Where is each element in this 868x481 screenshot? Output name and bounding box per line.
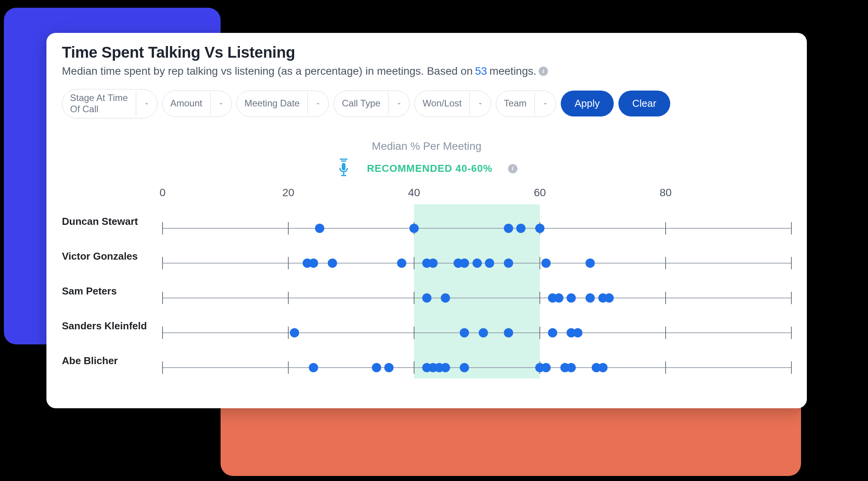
axis-tick <box>665 292 666 304</box>
filter-label: Stage At Time Of Call <box>62 89 136 118</box>
data-point[interactable] <box>441 363 450 372</box>
card-title: Time Spent Talking Vs Listening <box>62 44 791 61</box>
filter-label: Team <box>496 95 534 112</box>
axis-tick <box>162 257 163 269</box>
filter-dropdown[interactable]: Won/Lost <box>414 91 491 117</box>
filter-dropdown[interactable]: Call Type <box>334 91 410 117</box>
data-point[interactable] <box>441 293 450 303</box>
rep-name: Sam Peters <box>62 274 163 309</box>
chevron-down-icon <box>470 100 491 107</box>
plot-row <box>163 344 791 378</box>
axis-tick <box>414 327 414 339</box>
data-point[interactable] <box>309 258 318 268</box>
plot-track <box>163 257 791 269</box>
clear-button[interactable]: Clear <box>618 91 670 116</box>
filter-label: Won/Lost <box>415 95 469 112</box>
axis-tick <box>288 257 289 269</box>
data-point[interactable] <box>460 363 469 372</box>
data-point[interactable] <box>460 258 469 268</box>
track-line <box>163 367 791 368</box>
x-axis: 020406080 <box>163 187 791 204</box>
data-point[interactable] <box>535 224 544 233</box>
data-point[interactable] <box>573 328 582 337</box>
data-point[interactable] <box>397 258 406 268</box>
data-point[interactable] <box>504 328 513 337</box>
rep-name: Abe Blicher <box>62 344 163 378</box>
rep-name: Sanders Kleinfeld <box>62 309 163 344</box>
filter-label: Amount <box>163 95 210 112</box>
info-icon[interactable]: i <box>539 67 548 76</box>
analytics-card: Time Spent Talking Vs Listening Median t… <box>46 33 807 408</box>
data-point[interactable] <box>384 363 394 372</box>
data-point[interactable] <box>290 328 299 337</box>
track-line <box>163 298 791 298</box>
axis-tick-label: 60 <box>534 187 546 199</box>
data-point[interactable] <box>504 258 513 268</box>
axis-tick <box>791 361 792 374</box>
axis-tick <box>539 292 540 304</box>
subtitle-prefix: Median time spent by rep talking vs list… <box>62 65 473 77</box>
filter-label: Call Type <box>334 95 388 112</box>
axis-tick <box>665 257 666 269</box>
data-point[interactable] <box>428 258 438 268</box>
chevron-down-icon <box>211 100 231 107</box>
data-point[interactable] <box>586 258 595 268</box>
axis-tick-label: 0 <box>159 187 166 199</box>
axis-tick <box>162 292 163 304</box>
filter-dropdown[interactable]: Team <box>496 91 556 117</box>
data-point[interactable] <box>473 258 482 268</box>
axis-tick <box>162 222 163 235</box>
data-point[interactable] <box>541 363 551 372</box>
axis-tick-label: 40 <box>408 187 420 199</box>
data-point[interactable] <box>485 258 494 268</box>
data-point[interactable] <box>328 258 337 268</box>
axis-tick <box>791 257 792 269</box>
microphone-icon <box>336 158 351 180</box>
filter-dropdown[interactable]: Amount <box>162 91 232 117</box>
data-point[interactable] <box>548 328 557 337</box>
data-point[interactable] <box>567 363 576 372</box>
data-point[interactable] <box>598 363 608 372</box>
filter-dropdown[interactable]: Meeting Date <box>236 91 329 117</box>
filter-dropdown[interactable]: Stage At Time Of Call <box>62 89 158 118</box>
data-point[interactable] <box>479 328 488 337</box>
card-subtitle: Median time spent by rep talking vs list… <box>62 65 791 77</box>
plot-track <box>163 292 791 304</box>
axis-tick <box>288 222 289 235</box>
axis-tick <box>162 327 163 339</box>
data-point[interactable] <box>586 293 595 303</box>
plot-track <box>163 361 791 374</box>
axis-tick <box>665 361 666 374</box>
data-point[interactable] <box>604 293 614 303</box>
data-point[interactable] <box>422 293 431 303</box>
plot-track <box>163 222 791 235</box>
plot-row <box>163 239 791 274</box>
subtitle-suffix: meetings. <box>490 65 536 77</box>
axis-tick <box>665 327 666 339</box>
data-point[interactable] <box>409 224 419 233</box>
chevron-down-icon <box>389 100 409 107</box>
data-point[interactable] <box>504 224 513 233</box>
chevron-down-icon <box>535 100 556 107</box>
axis-tick <box>288 292 289 304</box>
rep-name: Duncan Stewart <box>62 204 163 239</box>
axis-tick <box>414 292 414 304</box>
data-point[interactable] <box>460 328 469 337</box>
axis-tick <box>162 361 163 374</box>
info-icon[interactable]: i <box>508 164 517 173</box>
data-point[interactable] <box>315 224 324 233</box>
axis-tick <box>791 327 792 339</box>
axis-tick <box>539 327 540 339</box>
apply-button[interactable]: Apply <box>561 91 614 116</box>
axis-tick <box>288 327 289 339</box>
data-point[interactable] <box>554 293 563 303</box>
data-point[interactable] <box>567 293 576 303</box>
chart-area: Median % Per Meeting RECOMMENDED 40-60% … <box>62 140 791 378</box>
data-point[interactable] <box>516 224 526 233</box>
data-point[interactable] <box>541 258 551 268</box>
chart-axis-title: Median % Per Meeting <box>62 140 791 152</box>
axis-tick <box>288 361 289 374</box>
axis-tick <box>665 222 666 235</box>
data-point[interactable] <box>309 363 318 372</box>
data-point[interactable] <box>372 363 381 372</box>
